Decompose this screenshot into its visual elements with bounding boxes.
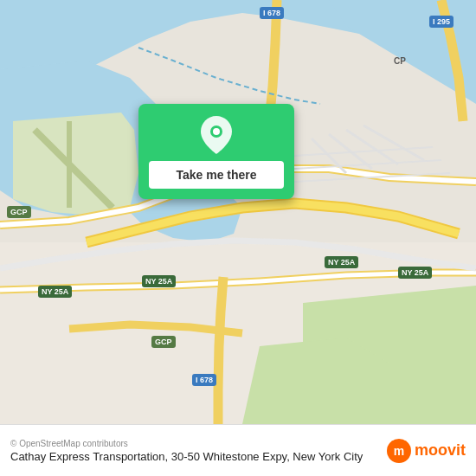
popup-card: Take me there [138, 104, 294, 199]
moovit-logo: m moovit [387, 439, 466, 463]
map-container: I 678 I 295 GCP GCP NY 25A NY 25A NY 25A… [0, 0, 476, 424]
svg-point-12 [213, 128, 220, 135]
location-title: Cathay Express Transportation, 30-50 Whi… [10, 450, 387, 463]
info-bar: © OpenStreetMap contributors Cathay Expr… [0, 424, 476, 476]
moovit-icon: m [387, 439, 411, 463]
location-pin-icon [199, 118, 234, 152]
attribution-text: © OpenStreetMap contributors [10, 439, 387, 448]
take-me-there-button[interactable]: Take me there [149, 161, 284, 189]
moovit-wordmark: moovit [415, 441, 466, 460]
info-text-area: © OpenStreetMap contributors Cathay Expr… [10, 439, 387, 463]
